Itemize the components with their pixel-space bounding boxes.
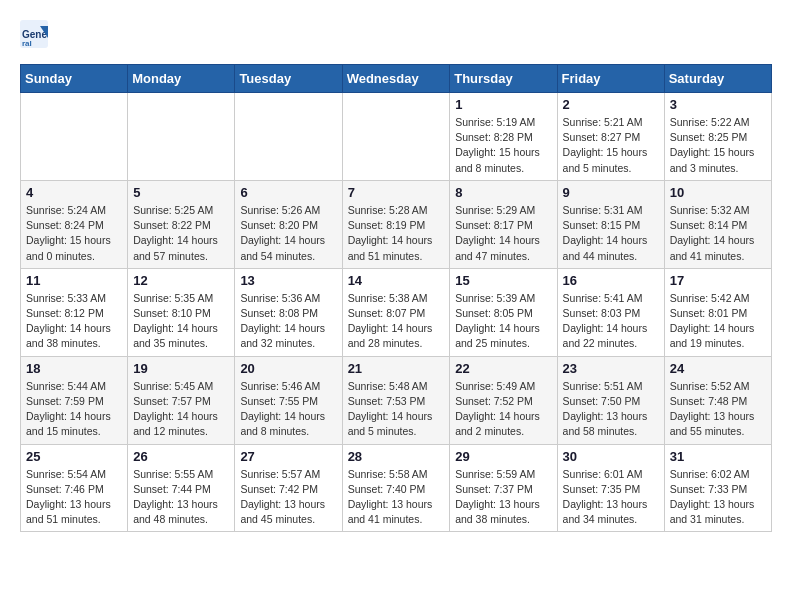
- day-number: 1: [455, 97, 551, 112]
- day-number: 21: [348, 361, 445, 376]
- calendar-cell: 13Sunrise: 5:36 AM Sunset: 8:08 PM Dayli…: [235, 268, 342, 356]
- calendar-week-row: 11Sunrise: 5:33 AM Sunset: 8:12 PM Dayli…: [21, 268, 772, 356]
- calendar-header-thursday: Thursday: [450, 65, 557, 93]
- calendar-cell: 26Sunrise: 5:55 AM Sunset: 7:44 PM Dayli…: [128, 444, 235, 532]
- calendar-header-wednesday: Wednesday: [342, 65, 450, 93]
- calendar-header-tuesday: Tuesday: [235, 65, 342, 93]
- day-info: Sunrise: 5:48 AM Sunset: 7:53 PM Dayligh…: [348, 379, 445, 440]
- calendar-cell: 12Sunrise: 5:35 AM Sunset: 8:10 PM Dayli…: [128, 268, 235, 356]
- calendar-cell: 16Sunrise: 5:41 AM Sunset: 8:03 PM Dayli…: [557, 268, 664, 356]
- day-info: Sunrise: 5:32 AM Sunset: 8:14 PM Dayligh…: [670, 203, 766, 264]
- calendar-cell: 4Sunrise: 5:24 AM Sunset: 8:24 PM Daylig…: [21, 180, 128, 268]
- day-info: Sunrise: 5:51 AM Sunset: 7:50 PM Dayligh…: [563, 379, 659, 440]
- calendar-cell: 23Sunrise: 5:51 AM Sunset: 7:50 PM Dayli…: [557, 356, 664, 444]
- day-number: 24: [670, 361, 766, 376]
- day-info: Sunrise: 5:36 AM Sunset: 8:08 PM Dayligh…: [240, 291, 336, 352]
- calendar-cell: 7Sunrise: 5:28 AM Sunset: 8:19 PM Daylig…: [342, 180, 450, 268]
- calendar-cell: 15Sunrise: 5:39 AM Sunset: 8:05 PM Dayli…: [450, 268, 557, 356]
- calendar-cell: 11Sunrise: 5:33 AM Sunset: 8:12 PM Dayli…: [21, 268, 128, 356]
- calendar-cell: 10Sunrise: 5:32 AM Sunset: 8:14 PM Dayli…: [664, 180, 771, 268]
- day-info: Sunrise: 5:59 AM Sunset: 7:37 PM Dayligh…: [455, 467, 551, 528]
- calendar-week-row: 18Sunrise: 5:44 AM Sunset: 7:59 PM Dayli…: [21, 356, 772, 444]
- day-info: Sunrise: 5:58 AM Sunset: 7:40 PM Dayligh…: [348, 467, 445, 528]
- logo-icon: Gene ral: [20, 20, 48, 48]
- calendar-cell: 2Sunrise: 5:21 AM Sunset: 8:27 PM Daylig…: [557, 93, 664, 181]
- day-number: 25: [26, 449, 122, 464]
- calendar-cell: [235, 93, 342, 181]
- calendar-cell: 30Sunrise: 6:01 AM Sunset: 7:35 PM Dayli…: [557, 444, 664, 532]
- calendar-table: SundayMondayTuesdayWednesdayThursdayFrid…: [20, 64, 772, 532]
- day-number: 9: [563, 185, 659, 200]
- day-number: 7: [348, 185, 445, 200]
- day-number: 6: [240, 185, 336, 200]
- day-info: Sunrise: 5:24 AM Sunset: 8:24 PM Dayligh…: [26, 203, 122, 264]
- calendar-cell: 29Sunrise: 5:59 AM Sunset: 7:37 PM Dayli…: [450, 444, 557, 532]
- day-info: Sunrise: 5:52 AM Sunset: 7:48 PM Dayligh…: [670, 379, 766, 440]
- day-number: 23: [563, 361, 659, 376]
- day-number: 27: [240, 449, 336, 464]
- day-number: 8: [455, 185, 551, 200]
- day-number: 17: [670, 273, 766, 288]
- calendar-header-saturday: Saturday: [664, 65, 771, 93]
- day-number: 30: [563, 449, 659, 464]
- calendar-cell: 5Sunrise: 5:25 AM Sunset: 8:22 PM Daylig…: [128, 180, 235, 268]
- calendar-header-row: SundayMondayTuesdayWednesdayThursdayFrid…: [21, 65, 772, 93]
- calendar-header-sunday: Sunday: [21, 65, 128, 93]
- day-info: Sunrise: 5:55 AM Sunset: 7:44 PM Dayligh…: [133, 467, 229, 528]
- page-header: Gene ral: [20, 20, 772, 48]
- day-info: Sunrise: 5:31 AM Sunset: 8:15 PM Dayligh…: [563, 203, 659, 264]
- day-info: Sunrise: 5:49 AM Sunset: 7:52 PM Dayligh…: [455, 379, 551, 440]
- calendar-cell: 19Sunrise: 5:45 AM Sunset: 7:57 PM Dayli…: [128, 356, 235, 444]
- day-number: 2: [563, 97, 659, 112]
- day-info: Sunrise: 5:54 AM Sunset: 7:46 PM Dayligh…: [26, 467, 122, 528]
- calendar-cell: 18Sunrise: 5:44 AM Sunset: 7:59 PM Dayli…: [21, 356, 128, 444]
- day-number: 14: [348, 273, 445, 288]
- calendar-week-row: 25Sunrise: 5:54 AM Sunset: 7:46 PM Dayli…: [21, 444, 772, 532]
- calendar-cell: 27Sunrise: 5:57 AM Sunset: 7:42 PM Dayli…: [235, 444, 342, 532]
- calendar-cell: 6Sunrise: 5:26 AM Sunset: 8:20 PM Daylig…: [235, 180, 342, 268]
- calendar-cell: 1Sunrise: 5:19 AM Sunset: 8:28 PM Daylig…: [450, 93, 557, 181]
- calendar-cell: 22Sunrise: 5:49 AM Sunset: 7:52 PM Dayli…: [450, 356, 557, 444]
- day-info: Sunrise: 5:45 AM Sunset: 7:57 PM Dayligh…: [133, 379, 229, 440]
- day-info: Sunrise: 6:02 AM Sunset: 7:33 PM Dayligh…: [670, 467, 766, 528]
- calendar-cell: 28Sunrise: 5:58 AM Sunset: 7:40 PM Dayli…: [342, 444, 450, 532]
- day-info: Sunrise: 5:44 AM Sunset: 7:59 PM Dayligh…: [26, 379, 122, 440]
- calendar-cell: [342, 93, 450, 181]
- day-info: Sunrise: 5:33 AM Sunset: 8:12 PM Dayligh…: [26, 291, 122, 352]
- calendar-week-row: 4Sunrise: 5:24 AM Sunset: 8:24 PM Daylig…: [21, 180, 772, 268]
- calendar-cell: 14Sunrise: 5:38 AM Sunset: 8:07 PM Dayli…: [342, 268, 450, 356]
- day-number: 16: [563, 273, 659, 288]
- day-number: 11: [26, 273, 122, 288]
- day-number: 13: [240, 273, 336, 288]
- day-info: Sunrise: 5:19 AM Sunset: 8:28 PM Dayligh…: [455, 115, 551, 176]
- day-info: Sunrise: 5:35 AM Sunset: 8:10 PM Dayligh…: [133, 291, 229, 352]
- day-number: 3: [670, 97, 766, 112]
- day-info: Sunrise: 5:39 AM Sunset: 8:05 PM Dayligh…: [455, 291, 551, 352]
- calendar-cell: [21, 93, 128, 181]
- calendar-cell: [128, 93, 235, 181]
- day-info: Sunrise: 5:22 AM Sunset: 8:25 PM Dayligh…: [670, 115, 766, 176]
- calendar-cell: 9Sunrise: 5:31 AM Sunset: 8:15 PM Daylig…: [557, 180, 664, 268]
- day-info: Sunrise: 5:25 AM Sunset: 8:22 PM Dayligh…: [133, 203, 229, 264]
- day-info: Sunrise: 5:28 AM Sunset: 8:19 PM Dayligh…: [348, 203, 445, 264]
- day-number: 29: [455, 449, 551, 464]
- day-number: 5: [133, 185, 229, 200]
- calendar-week-row: 1Sunrise: 5:19 AM Sunset: 8:28 PM Daylig…: [21, 93, 772, 181]
- calendar-cell: 31Sunrise: 6:02 AM Sunset: 7:33 PM Dayli…: [664, 444, 771, 532]
- calendar-cell: 20Sunrise: 5:46 AM Sunset: 7:55 PM Dayli…: [235, 356, 342, 444]
- day-info: Sunrise: 5:26 AM Sunset: 8:20 PM Dayligh…: [240, 203, 336, 264]
- day-number: 15: [455, 273, 551, 288]
- day-number: 26: [133, 449, 229, 464]
- day-number: 20: [240, 361, 336, 376]
- day-info: Sunrise: 5:29 AM Sunset: 8:17 PM Dayligh…: [455, 203, 551, 264]
- calendar-cell: 21Sunrise: 5:48 AM Sunset: 7:53 PM Dayli…: [342, 356, 450, 444]
- day-number: 19: [133, 361, 229, 376]
- calendar-cell: 24Sunrise: 5:52 AM Sunset: 7:48 PM Dayli…: [664, 356, 771, 444]
- calendar-cell: 17Sunrise: 5:42 AM Sunset: 8:01 PM Dayli…: [664, 268, 771, 356]
- day-info: Sunrise: 6:01 AM Sunset: 7:35 PM Dayligh…: [563, 467, 659, 528]
- day-number: 31: [670, 449, 766, 464]
- day-number: 4: [26, 185, 122, 200]
- day-info: Sunrise: 5:57 AM Sunset: 7:42 PM Dayligh…: [240, 467, 336, 528]
- logo: Gene ral: [20, 20, 52, 48]
- day-number: 28: [348, 449, 445, 464]
